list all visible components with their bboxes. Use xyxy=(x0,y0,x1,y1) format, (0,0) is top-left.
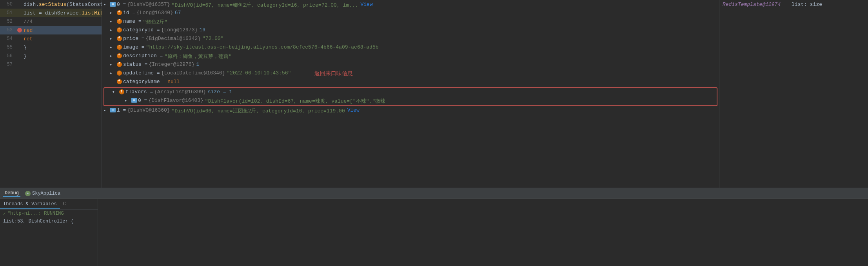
var-row-status: f status = {Integer@12976} 1 xyxy=(102,61,719,70)
expand-image[interactable] xyxy=(110,44,116,50)
check-icon: ✓ xyxy=(3,211,6,216)
field-icon-description: f xyxy=(116,53,122,58)
code-panel: 50 dish.setStatus(StatusConstant.ENABLE)… xyxy=(0,0,102,188)
var-row-categoryname: f categoryName = null xyxy=(102,78,719,87)
field-icon-flavors: f xyxy=(118,89,125,94)
debug-content: Threads & Variables C ✓ "http-ni...: RUN… xyxy=(0,199,868,266)
var-row-root: ≡ 0 = {DishVO@16357} "DishVO(id=67, name… xyxy=(102,1,719,9)
expand-description[interactable] xyxy=(110,53,116,58)
debug-subtabs: Threads & Variables C xyxy=(0,200,98,210)
var-row-name: f name = "鲫鱼2斤" xyxy=(102,18,719,27)
tab-debug[interactable]: Debug xyxy=(3,190,20,197)
thread-item-stack[interactable]: list:53, DishController ( xyxy=(0,217,98,225)
app-name: SkyApplica xyxy=(32,191,60,196)
field-icon-categoryid: f xyxy=(116,27,122,33)
field-icon-image: f xyxy=(116,44,122,50)
app-icon: ▶ xyxy=(25,191,31,196)
view-link-root[interactable]: View xyxy=(361,2,373,7)
obj-icon-flavor-0: ≡ xyxy=(131,98,137,103)
expand-root[interactable] xyxy=(104,2,110,7)
var-row-image: f image = "https://sky-itcast.oss-cn-bei… xyxy=(102,44,719,52)
field-icon-name: f xyxy=(116,18,122,24)
code-line-55: 55 } xyxy=(0,43,102,52)
expand-categoryid[interactable] xyxy=(110,27,116,33)
stack-name: list:53, DishController ( xyxy=(3,219,74,224)
expand-updatetime[interactable] xyxy=(110,70,116,76)
code-line-51: 51 list = dishService.listWithFlavor(dis… xyxy=(0,9,102,17)
var-row-updatetime: f updateTime = {LocalDateTime@16346} "20… xyxy=(102,70,719,78)
debug-toolbar: Debug ▶ SkyApplica xyxy=(0,188,868,199)
debug-panel: Debug ▶ SkyApplica Threads & Variables C… xyxy=(0,188,868,266)
code-line-56: 56 } xyxy=(0,52,102,60)
right-panel: RedisTemplate@12974 list: size xyxy=(719,0,868,188)
obj-icon-1: ≡ xyxy=(110,107,116,113)
code-line-54: 54 ret xyxy=(0,34,102,43)
field-icon-updatetime: f xyxy=(116,70,122,76)
variables-area xyxy=(98,199,868,266)
obj-icon-root: ≡ xyxy=(110,2,116,7)
var-row-1: ≡ 1 = {DishVO@16360} "DishVO(id=66, name… xyxy=(102,107,719,115)
thread-list: Threads & Variables C ✓ "http-ni...: RUN… xyxy=(0,199,98,266)
code-line-53: 53 red xyxy=(0,26,102,34)
code-line-52: 52 //4 xyxy=(0,17,102,26)
variable-panel: ≡ 0 = {DishVO@16357} "DishVO(id=67, name… xyxy=(102,0,719,188)
view-link-1[interactable]: View xyxy=(347,107,360,113)
var-row-id: f id = {Long@16340} 67 xyxy=(102,9,719,18)
field-icon-categoryname: f xyxy=(116,79,122,84)
var-row-price: f price = {BigDecimal@16342} "72.00" xyxy=(102,35,719,44)
expand-flavor-0[interactable] xyxy=(125,98,131,103)
flavors-highlight-box: f flavors = {ArrayList@16399} size = 1 ≡… xyxy=(104,87,717,106)
thread-item-http[interactable]: ✓ "http-ni...: RUNNING xyxy=(0,210,98,217)
thread-name: "http-ni...: RUNNING xyxy=(7,211,64,216)
field-icon-price: f xyxy=(116,36,122,41)
code-line-57: 57 xyxy=(0,60,102,69)
expand-1[interactable] xyxy=(104,107,110,113)
expand-price[interactable] xyxy=(110,36,116,41)
tab-threads-variables[interactable]: Threads & Variables xyxy=(0,200,60,209)
code-line-50: 50 dish.setStatus(StatusConstant.ENABLE)… xyxy=(0,0,102,9)
var-row-categoryid: f categoryId = {Long@12973} 16 xyxy=(102,27,719,35)
var-row-flavor-0: ≡ 0 = {DishFlavor@16403} "DishFlavor(id=… xyxy=(104,97,717,105)
expand-id[interactable] xyxy=(110,10,116,15)
expand-name[interactable] xyxy=(110,18,116,24)
var-row-description: f description = "原料：鲫鱼，黄豆芽，莲藕" xyxy=(102,52,719,61)
field-icon-id: f xyxy=(116,10,122,15)
return-annotation: 返回来口味信息 xyxy=(314,70,353,77)
breakpoint-icon xyxy=(17,28,22,33)
app-name-area: ▶ SkyApplica xyxy=(25,191,60,196)
field-icon-status: f xyxy=(116,62,122,67)
tab-console[interactable]: C xyxy=(60,200,69,209)
expand-status[interactable] xyxy=(110,62,116,67)
expand-flavors[interactable] xyxy=(112,89,118,94)
redis-info: RedisTemplate@12974 list: size xyxy=(723,2,865,7)
var-row-flavors: f flavors = {ArrayList@16399} size = 1 xyxy=(104,88,717,97)
